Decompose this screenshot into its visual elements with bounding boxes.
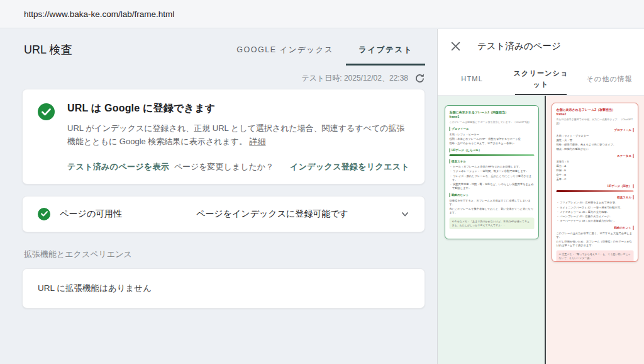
- request-indexing-link[interactable]: インデックス登録をリクエスト: [290, 161, 409, 173]
- screenshot-frame2-card: 右側に表示されるフレーム2（攻撃担当）frame2見た目の派手さ重視でやや雑、火…: [552, 103, 638, 262]
- screenshot-bullet: ・ ヒール：右フレームと本体のHPをじわじわ回復します。: [450, 164, 535, 168]
- test-time-label: テスト日時: 2025/12/02、22:38: [301, 73, 408, 84]
- screenshot-sec: HPゲージ（現在）: [557, 185, 634, 189]
- screenshot-note: ⚠ 注意メモ：「撃ってから考える！」も、そう悪い戦い方じゃないぞ、えらいハンター…: [557, 251, 634, 262]
- screenshot-line: 命中：B: [557, 173, 634, 176]
- screenshot-sec: 得意スキル: [450, 159, 535, 164]
- screenshot-bar: [450, 154, 535, 156]
- panel-title: テスト済みのページ: [477, 40, 561, 52]
- changed-page-text: ページを変更しましたか？: [174, 161, 274, 173]
- result-title: URL は Google に登録できます: [67, 102, 409, 115]
- enhancements-section-label: 拡張機能とエクスペリエンス: [24, 249, 425, 260]
- screenshot-frame2-area: 右側に表示されるフレーム2（攻撃担当）frame2見た目の派手さ重視でやや雑、火…: [546, 96, 644, 364]
- availability-check-icon: [38, 208, 50, 220]
- inspection-header: URL 検査 GOOGLE インデックス ライブテスト: [22, 34, 425, 65]
- page-availability-card[interactable]: ページの可用性 ページをインデックスに登録可能です: [22, 196, 425, 232]
- indexability-result-card: URL は Google に登録できます URL がインデックスに登録され、正規…: [22, 89, 425, 185]
- availability-value: ページをインデックスに登録可能です: [196, 208, 391, 220]
- url-bar[interactable]: https://www.baka-ke.com/lab/frame.html: [0, 0, 644, 28]
- screenshot-sec: 得意スキル: [557, 195, 634, 200]
- refresh-icon[interactable]: [414, 73, 425, 84]
- screenshot-frame1-card: 左側に表示されるフレーム1（回復担当）frame1このフレームは回復係とサポート…: [445, 105, 539, 239]
- screenshot-sec: ステータス: [557, 154, 634, 158]
- tested-page-panel: テスト済みのページ HTML スクリーンショット その他の情報 左側に表示される…: [437, 29, 644, 364]
- screenshot-bullet: ・ メテオストリーム 45：魔力の全力砲撃。: [557, 210, 634, 213]
- result-description: URL がインデックスに登録され、正規 URL として選択された場合、関連するす…: [67, 122, 409, 149]
- screenshot-line: このフレームは火力が非常に重く、放置すると大抵で全滅します。: [557, 231, 634, 239]
- screenshot-line: 性格：おだやかそうに見えて、放置されると一番怖い: [450, 141, 535, 145]
- screenshot-line: 防御：E: [557, 168, 634, 172]
- screenshot-line: 先にこのフレームを集中攻撃しておくと、戦い全体がぐっと楽になります。: [450, 207, 535, 214]
- screenshot-title: 右側に表示されるフレーム2（攻撃担当）: [557, 108, 634, 112]
- panel-tabs: HTML スクリーンショット その他の情報: [438, 63, 644, 96]
- details-link[interactable]: 詳細: [250, 137, 266, 146]
- screenshot-bullet: ・ リレイズ：倒れたフレームを、忘れたころにこっそり復活させます。: [450, 174, 535, 181]
- availability-label: ページの可用性: [60, 208, 187, 220]
- screenshot-line: 名前：レフト・ヒーラー: [450, 132, 535, 136]
- screenshot-line: 魔力：A: [557, 164, 634, 168]
- screenshot-bar: [557, 190, 634, 192]
- screenshot-preview: 左側に表示されるフレーム1（回復担当）frame1このフレームは回復係とサポート…: [438, 96, 644, 364]
- screenshot-bullet: ・ バーンブレード 43：近接の火力イメージ。: [557, 214, 634, 218]
- screenshot-intro: 見た目の派手さ重視でやや雑、火力に一点集中タイプ。（ChatGPT談）: [557, 118, 634, 125]
- success-check-icon: [38, 103, 55, 120]
- tab-live-test[interactable]: ライブテスト: [346, 34, 425, 65]
- screenshot-line: 攻撃力：S: [557, 159, 634, 163]
- page-title: URL 検査: [24, 42, 72, 57]
- screenshot-line: ただし防御が低いため、左フレーム（回復役）のサポートがなければ早々とすぐ倒されま…: [557, 239, 634, 247]
- result-actions-row: テスト済みのページを表示 ページを変更しましたか？ インデックス登録をリクエスト: [38, 161, 409, 173]
- screenshot-line: 弱点：防御力の概念がない: [557, 147, 634, 151]
- screenshot-intro: このフレームは回復係とサポート役を担当しています。（ChatGPT談）: [450, 120, 535, 124]
- screenshot-line: 性格：瞬発で豪快。考えるより先に撃つタイプ。: [557, 142, 634, 146]
- screenshot-line: 素早：C: [557, 178, 634, 181]
- chevron-down-icon[interactable]: [401, 210, 409, 219]
- screenshot-frame1-content: 左側に表示されるフレーム1（回復担当）frame1このフレームは回復係とサポート…: [445, 106, 538, 234]
- screenshot-bullet: ・ オーバーチャージ 48：次の攻撃威力が2倍に。: [557, 219, 634, 222]
- screenshot-bullet: ・ ファイアレイン 40：広範囲をまとめて焼き撃。: [557, 201, 634, 205]
- screenshot-bullet: ・ ライトニングバースト 42：一撃＋感電で行動不可。: [557, 205, 634, 209]
- screenshot-sec: 戦略のヒント: [450, 193, 535, 197]
- result-tabs: GOOGLE インデックス ライブテスト: [224, 34, 425, 65]
- screenshot-sec: プロフィール: [557, 128, 634, 132]
- close-icon[interactable]: [450, 41, 461, 52]
- result-description-text: URL がインデックスに登録され、正規 URL として選択された場合、関連するす…: [67, 123, 405, 146]
- screenshot-line: 回復役を放置すると、右フレームと本体はすぐに全滅してしまいます。: [450, 198, 535, 206]
- screenshot-title: 左側に表示されるフレーム1（回復担当）: [450, 110, 535, 115]
- screenshot-subtitle: frame2: [557, 111, 634, 116]
- screenshot-sec: 戦略のヒント: [557, 226, 634, 230]
- screenshot-note: やるせなメモ：「あまり気づかれないけど、本体のHPが減ってるときも、わたしがしっ…: [450, 218, 535, 230]
- tab-screenshot[interactable]: スクリーンショット: [506, 63, 575, 95]
- screenshot-sec: HPゲージ（しらべる）: [450, 148, 535, 152]
- tab-google-index[interactable]: GOOGLE インデックス: [224, 34, 346, 65]
- tab-html[interactable]: HTML: [438, 63, 506, 95]
- screenshot-bullet: ・ リジェネレーション：一定時間、毎ターン自動で回復します。: [450, 169, 535, 173]
- view-tested-page-link[interactable]: テスト済みのページを表示: [67, 161, 169, 173]
- tab-more-info[interactable]: その他の情報: [575, 63, 644, 95]
- screenshot-bullet: ・ 状態異常回復：沈黙・毒・混乱など、いやらしい状態異常をまとめて解除します。: [450, 182, 535, 190]
- panel-header: テスト済みのページ: [438, 29, 644, 63]
- screenshot-subtitle: frame1: [450, 114, 535, 118]
- test-time-row: テスト日時: 2025/12/02、22:38: [22, 73, 425, 84]
- enhancements-text: URL に拡張機能はありません: [38, 283, 152, 293]
- screenshot-sec: プロフィール: [450, 127, 535, 131]
- inspected-url[interactable]: https://www.baka-ke.com/lab/frame.html: [24, 9, 174, 19]
- screenshot-frame2-content: 右側に表示されるフレーム2（攻撃担当）frame2見た目の派手さ重視でやや雑、火…: [552, 103, 638, 262]
- screenshot-frame1-area: 左側に表示されるフレーム1（回復担当）frame1このフレームは回復係とサポート…: [438, 96, 545, 364]
- screenshot-line: 属性：火・雷: [557, 138, 634, 142]
- screenshot-line: 役割：本体と右フレームのHP・状態を管理するサポート役: [450, 137, 535, 140]
- screenshot-line: 名前：ライト・ブラスター: [557, 134, 634, 137]
- url-inspection-main: URL 検査 GOOGLE インデックス ライブテスト テスト日時: 2025/…: [0, 29, 437, 364]
- enhancements-card: URL に拡張機能はありません: [22, 268, 425, 309]
